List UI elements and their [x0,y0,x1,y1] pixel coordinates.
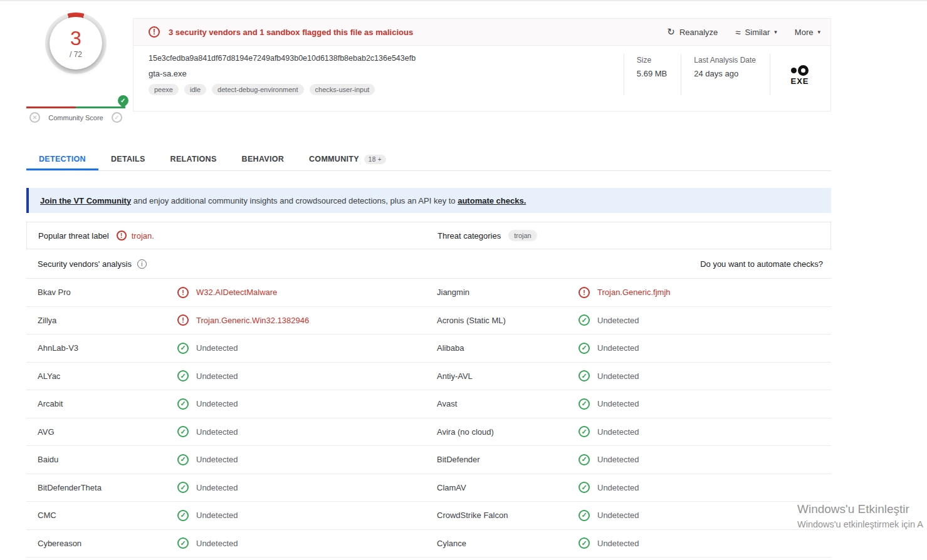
size-value: 5.69 MB [637,69,667,78]
result-text: Undetected [597,539,639,548]
check-icon: ✓ [579,510,590,521]
vendor-name: ALYac [38,371,177,381]
result-text: Undetected [597,455,639,464]
check-icon: ✓ [579,398,590,410]
vendor-result: ✓Undetected [579,343,831,354]
more-label: More [795,28,814,37]
check-icon: ✓ [579,343,590,354]
result-text: Undetected [597,511,639,520]
table-row: CMC✓UndetectedCrowdStrike Falcon✓Undetec… [26,502,831,530]
vendor-result: ✓Undetected [177,537,437,549]
warning-icon: ! [117,231,127,241]
file-info-section: 15e3cfedba9a841df67d8194e7249afb493b0e10… [134,46,830,95]
check-icon: ✓ [177,510,189,521]
table-row: AhnLab-V3✓UndetectedAlibaba✓Undetected [26,334,831,363]
vote-down-icon[interactable]: ✕ [29,112,40,123]
tab-community[interactable]: COMMUNITY 18 + [296,148,399,170]
last-analysis-block: Last Analysis Date 24 days ago [681,54,770,95]
vendor-name: ClamAV [437,483,579,492]
threat-category-tag[interactable]: trojan [508,230,537,241]
detection-score-value: 3 [70,28,81,48]
reanalyze-label: Reanalyze [679,28,718,37]
vendor-name: CMC [38,511,177,520]
tag-checks-user-input[interactable]: checks-user-input [310,84,375,95]
warning-icon: ! [177,287,189,298]
detection-score-widget: 3 / 72 ✓ ✕ Community Score ✓ [26,10,125,74]
result-text: Undetected [597,399,639,408]
vendor-result: ✓Undetected [177,482,437,493]
tab-details[interactable]: DETAILS [98,148,158,170]
tab-details-label: DETAILS [111,155,145,163]
analysis-header-row: Security vendors' analysis i Do you want… [26,250,831,279]
popular-threat-label-section: Popular threat label ! trojan. [27,231,437,241]
similar-button[interactable]: ≈ Similar ▾ [735,27,777,38]
vendor-result: ✓Undetected [177,343,437,354]
alert-message: 3 security vendors and 1 sandbox flagged… [169,28,413,37]
check-icon: ✓ [579,537,590,549]
automate-checks-link[interactable]: automate checks. [458,196,526,205]
result-text: Undetected [597,427,639,437]
last-analysis-label: Last Analysis Date [694,56,756,65]
result-text: Undetected [597,316,639,325]
tab-community-label: COMMUNITY [309,155,359,163]
vendor-name: Antiy-AVL [437,371,579,381]
vendor-name: Acronis (Static ML) [437,316,579,325]
check-icon: ✓ [177,482,189,493]
community-score-label: Community Score [48,114,103,122]
tab-relations[interactable]: RELATIONS [158,148,229,170]
check-icon: ✓ [177,398,189,410]
result-text: Undetected [597,483,639,492]
tab-relations-label: RELATIONS [170,155,217,163]
banner-text: and enjoy additional community insights … [131,196,458,205]
tab-behavior[interactable]: BEHAVIOR [229,148,296,170]
result-text: Trojan.Generic.fjmjh [597,288,671,297]
vendor-name: Alibaba [437,343,579,353]
vendor-name: BitDefenderTheta [38,483,177,492]
table-row: AVG✓UndetectedAvira (no cloud)✓Undetecte… [26,418,831,447]
check-icon: ✓ [177,537,189,549]
tag-idle[interactable]: idle [184,84,206,95]
warning-icon: ! [579,287,590,298]
check-icon: ✓ [177,370,189,381]
warning-icon: ! [149,26,160,38]
last-analysis-value: 24 days ago [694,69,756,78]
tag-peexe[interactable]: peexe [149,84,179,95]
header-actions: ↻ Reanalyze ≈ Similar ▾ More ▾ [667,26,820,38]
table-row: Cybereason✓UndetectedCylance✓Undetected [26,530,831,558]
analysis-title-group: Security vendors' analysis i [38,259,147,269]
tab-detection[interactable]: DETECTION [26,148,98,170]
watermark-line2: Windows'u etkinleştirmek için A [797,519,927,529]
reanalyze-icon: ↻ [667,26,675,38]
vendors-analysis-section: Security vendors' analysis i Do you want… [26,250,831,557]
community-count-badge: 18 + [364,155,386,164]
vendor-result: ✓Undetected [579,482,831,493]
reanalyze-button[interactable]: ↻ Reanalyze [667,26,718,38]
info-icon[interactable]: i [137,259,147,269]
tab-detection-label: DETECTION [39,155,86,163]
file-meta: Size 5.69 MB Last Analysis Date 24 days … [624,54,824,95]
more-button[interactable]: More ▾ [795,28,820,37]
result-text: W32.AIDetectMalware [196,288,277,297]
join-community-link[interactable]: Join the VT Community [40,196,131,205]
vendor-result: ✓Undetected [177,398,437,410]
vendor-name: Cylance [437,539,579,548]
tag-detect-debug-environment[interactable]: detect-debug-environment [212,84,303,95]
vendor-name: Baidu [38,455,177,464]
vote-up-icon[interactable]: ✓ [112,112,122,123]
result-text: Undetected [196,483,238,492]
vendor-result: ✓Undetected [177,454,437,465]
detection-score-circle: 3 / 72 [50,17,102,70]
result-text: Undetected [196,399,238,408]
vendor-name: Arcabit [38,399,177,408]
analysis-title: Security vendors' analysis [38,259,132,269]
check-icon: ✓ [579,482,590,493]
table-row: Baidu✓UndetectedBitDefender✓Undetected [26,446,831,474]
file-name: gta-sa.exe [149,69,624,78]
file-hash: 15e3cfedba9a841df67d8194e7249afb493b0e10… [149,54,624,63]
detection-score-gauge: 3 / 72 [45,13,107,74]
automate-checks-question[interactable]: Do you want to automate checks? [700,259,823,269]
threat-categories-title: Threat categories [437,231,501,241]
result-text: Undetected [597,343,639,353]
community-score-bar-negative [26,106,76,108]
vendor-result: ✓Undetected [579,314,831,326]
